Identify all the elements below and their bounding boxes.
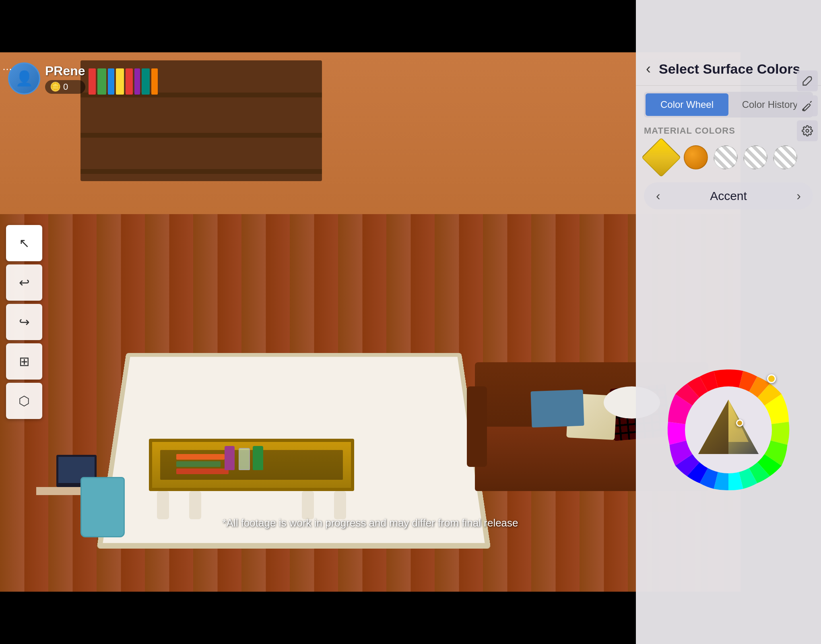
triangle-svg[interactable] (692, 394, 765, 466)
right-panel: ‹ Select Surface Colors Color Wheel Colo… (636, 0, 821, 644)
grid-tool-button[interactable]: ⊞ (6, 343, 42, 380)
book (97, 68, 106, 95)
cursor-tool-button[interactable]: ↖ (6, 225, 42, 261)
undo-tool-button[interactable]: ↩ (6, 264, 42, 301)
3d-view-tool-button[interactable]: ⬡ (6, 383, 42, 419)
game-viewport: *All footage is work in progress and may… (0, 0, 741, 644)
color-wheel-wrapper[interactable] (664, 365, 793, 494)
side-tools (794, 66, 821, 145)
back-button[interactable]: ‹ (644, 58, 653, 79)
book (89, 68, 96, 95)
table-book (176, 461, 221, 467)
material-swatch-yellow[interactable] (644, 142, 678, 172)
svg-marker-5 (698, 400, 728, 454)
material-color-striped-3[interactable] (773, 145, 797, 169)
color-wheel-container (636, 215, 821, 644)
coin-badge: 🪙 0 (45, 80, 85, 94)
material-color-striped-1[interactable] (714, 145, 738, 169)
color-triangle[interactable] (692, 394, 765, 466)
coin-icon: 🪙 (50, 82, 61, 92)
storage-basket (80, 477, 125, 537)
settings-tool-button[interactable] (797, 120, 818, 141)
coin-count: 0 (63, 82, 68, 92)
table-leg (302, 491, 314, 519)
book (108, 68, 114, 95)
books-row (89, 68, 158, 95)
blue-book-on-sofa (530, 390, 584, 427)
paint-brush-tool-button[interactable] (797, 70, 818, 91)
sofa-armrest-left (467, 386, 487, 467)
coffee-table (141, 439, 362, 519)
shelf (80, 133, 322, 138)
hue-cursor[interactable] (767, 374, 776, 383)
saturation-value-cursor[interactable] (736, 419, 743, 427)
table-book (176, 469, 229, 474)
avatar: 👤 (8, 62, 40, 95)
menu-dots[interactable]: ⋯ (2, 64, 12, 75)
shelf (80, 169, 322, 174)
left-toolbar: ↖ ↩ ↪ ⊞ ⬡ (6, 225, 42, 419)
avatar-icon: 👤 (15, 70, 33, 87)
material-color-orange[interactable] (684, 145, 708, 169)
book (116, 68, 124, 95)
book (151, 68, 158, 95)
svg-point-1 (806, 130, 809, 132)
accent-label: Accent (668, 189, 789, 203)
drink-green (253, 446, 263, 470)
user-info: 👤 PRene 🪙 0 (8, 62, 85, 95)
accent-prev-button[interactable]: ‹ (652, 186, 664, 205)
table-leg (157, 491, 169, 519)
material-colors-row (636, 138, 821, 176)
black-bar-bottom (0, 592, 741, 644)
book (126, 68, 133, 95)
drink-purple (225, 446, 235, 470)
accent-selector: ‹ Accent › (644, 182, 813, 209)
drink-clear (239, 448, 250, 470)
table-book (176, 454, 225, 460)
bookshelf (80, 60, 322, 181)
tabs-row: Color Wheel Color History (644, 92, 813, 118)
black-bar-top (0, 0, 741, 52)
book (134, 68, 140, 95)
accent-next-button[interactable]: › (792, 186, 805, 205)
table-top (149, 439, 354, 491)
table-leg (189, 491, 201, 519)
user-name: PRene (45, 64, 85, 78)
panel-title: Select Surface Colors (659, 61, 813, 77)
color-dropper-tool-button[interactable] (797, 95, 818, 116)
book (142, 68, 150, 95)
room-scene: *All footage is work in progress and may… (0, 52, 741, 592)
table-books (176, 454, 229, 474)
material-colors-label: MATERIAL COLORS (636, 124, 821, 138)
table-leg (334, 491, 346, 519)
panel-top-spacer (636, 0, 821, 52)
material-color-striped-2[interactable] (743, 145, 767, 169)
yellow-diamond-swatch[interactable] (641, 137, 681, 177)
subtitle-text: *All footage is work in progress and may… (222, 517, 518, 529)
redo-tool-button[interactable]: ↪ (6, 304, 42, 340)
panel-header: ‹ Select Surface Colors (636, 52, 821, 86)
tab-color-wheel[interactable]: Color Wheel (646, 93, 728, 116)
